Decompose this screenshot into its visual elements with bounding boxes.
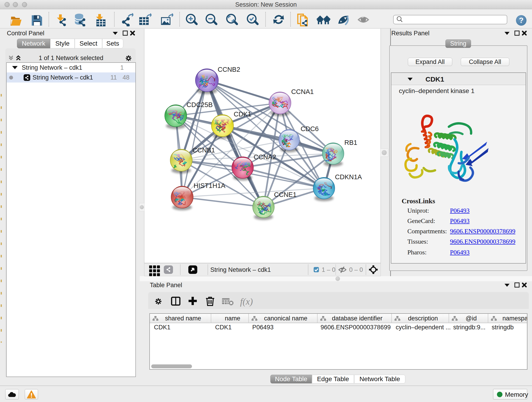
svg-text:CCNE1: CCNE1 <box>274 191 297 198</box>
svg-text:CCNB1: CCNB1 <box>192 147 215 154</box>
svg-text:CCNA2: CCNA2 <box>254 153 276 161</box>
svg-text:CDC25B: CDC25B <box>186 101 213 108</box>
svg-text:CDK1: CDK1 <box>234 110 251 118</box>
svg-text:CCNA1: CCNA1 <box>291 88 314 95</box>
svg-text:RB1: RB1 <box>344 139 357 146</box>
svg-text:CDKN1A: CDKN1A <box>335 173 362 181</box>
svg-text:HIST1H1A: HIST1H1A <box>194 182 225 189</box>
svg-text:CDC6: CDC6 <box>301 125 319 133</box>
svg-text:CCNB2: CCNB2 <box>218 66 240 73</box>
